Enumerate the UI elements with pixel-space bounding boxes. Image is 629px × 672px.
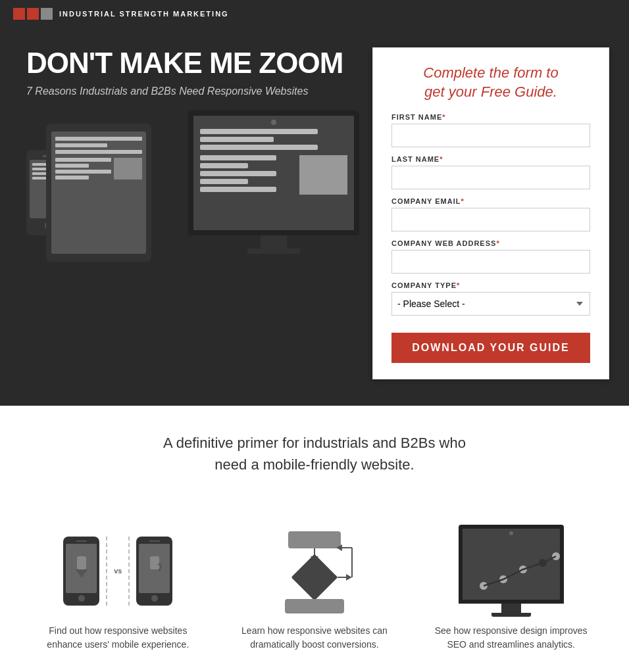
vs-label: vs [114,567,122,575]
comp-speaker1 [76,540,87,542]
feature-1-icon: vs [32,528,203,613]
monitor-base [247,249,300,254]
required-marker5: * [457,281,460,289]
feature-3: See how responsive design improves SEO a… [426,528,597,652]
brand-name: INDUSTRIAL STRENGTH MARKETING [59,10,229,18]
chart-notch [509,531,513,535]
logo-square-red1 [13,8,25,20]
tablet-bar6 [55,170,111,174]
header: INDUSTRIAL STRENGTH MARKETING [0,0,629,28]
monitor-bar5 [200,163,248,168]
feature-3-text: See how responsive design improves SEO a… [426,624,597,652]
lead-form: FIRST NAME* LAST NAME* COMPANY EMAIL* CO… [391,113,590,363]
line-chart [470,543,563,602]
last-name-group: LAST NAME* [391,155,590,189]
monitor-two-col [200,155,347,195]
comparison-divider2 [128,537,130,606]
tablet-bar2 [55,143,107,147]
required-marker4: * [496,239,499,247]
tablet-screen [51,132,146,254]
feature-2: Learn how responsive websites can dramat… [229,528,400,652]
hero-subtitle: 7 Reasons Industrials and B2Bs Need Resp… [26,85,359,97]
comp-phone-1 [63,537,99,606]
svg-marker-8 [346,574,352,581]
logo [13,8,53,20]
tablet-col-left [55,158,111,180]
monitor-notch [271,120,276,125]
form-title: Complete the form to get your Free Guide… [391,64,590,101]
tablet-bar5 [55,164,89,168]
features-section: vs Find out how responsive w [0,521,629,672]
tablet-device [46,124,151,262]
email-label: COMPANY EMAIL* [391,197,590,205]
logo-square-gray [41,8,53,20]
comp-home2 [151,595,158,602]
tablet-bar4 [55,158,111,162]
monitor-screen [188,110,359,235]
monitor-bar8 [200,187,276,192]
company-type-select[interactable]: - Please Select - Manufacturing Distribu… [391,292,590,316]
first-name-group: FIRST NAME* [391,113,590,147]
web-address-input[interactable] [391,250,590,274]
required-marker: * [442,113,445,121]
logo-square-red2 [27,8,39,20]
comp-screen1 [66,544,97,593]
content-tagline: A definitive primer for industrials and … [150,432,479,475]
svg-rect-6 [291,554,338,601]
hero-left: DON'T MAKE ME ZOOM 7 Reasons Industrials… [26,47,359,295]
last-name-label: LAST NAME* [391,155,590,163]
email-group: COMPANY EMAIL* [391,197,590,231]
monitor-device [188,110,359,262]
phone-comparison: vs [63,537,172,606]
web-address-label: COMPANY WEB ADDRESS* [391,239,590,247]
web-address-group: COMPANY WEB ADDRESS* [391,239,590,274]
monitor-bar2 [200,137,274,142]
monitor-bar4 [200,155,276,160]
first-name-input[interactable] [391,124,590,147]
monitor-bar7 [200,179,248,184]
monitor-bar1 [200,129,318,134]
comp-home1 [78,595,85,602]
feature-1-text: Find out how responsive websites enhance… [32,624,203,652]
monitor-col-left [200,155,295,195]
svg-rect-3 [288,531,341,548]
chart-stand [501,604,521,613]
tablet-col-right [114,158,142,180]
required-marker2: * [440,155,443,163]
comparison-divider [106,537,107,606]
company-type-label: COMPANY TYPE* [391,281,590,289]
monitor-col-right [299,155,347,195]
flowchart-svg [262,528,367,613]
svg-point-15 [480,582,488,590]
chart-screen [459,525,564,604]
svg-marker-1 [76,569,88,578]
feature-3-icon [426,528,597,613]
feature-2-icon [229,528,400,613]
monitor-bar3 [200,145,318,150]
hero-title: DON'T MAKE ME ZOOM [26,47,359,79]
submit-button[interactable]: DOWNLOAD YOUR GUIDE [391,333,590,363]
content-section: A definitive primer for industrials and … [0,406,629,521]
svg-rect-2 [150,556,159,569]
tablet-bar3 [55,150,142,154]
tablet-two-col [55,158,142,180]
last-name-input[interactable] [391,166,590,189]
comp-speaker2 [149,540,160,542]
comp-screen2 [139,544,170,593]
chart-base [491,613,531,617]
hero-section: DON'T MAKE ME ZOOM 7 Reasons Industrials… [0,28,629,406]
required-marker3: * [461,197,465,205]
first-name-label: FIRST NAME* [391,113,590,121]
svg-rect-0 [77,556,86,569]
device-illustration [26,110,359,295]
monitor-bar6 [200,171,276,176]
chart-monitor [459,525,564,617]
tablet-bar1 [55,137,142,141]
monitor-stand [261,235,287,249]
company-type-group: COMPANY TYPE* - Please Select - Manufact… [391,281,590,316]
svg-rect-14 [285,599,344,613]
form-panel: Complete the form to get your Free Guide… [372,47,609,379]
feature-2-text: Learn how responsive websites can dramat… [229,624,400,652]
comp-phone-2 [136,537,172,606]
email-input[interactable] [391,208,590,231]
